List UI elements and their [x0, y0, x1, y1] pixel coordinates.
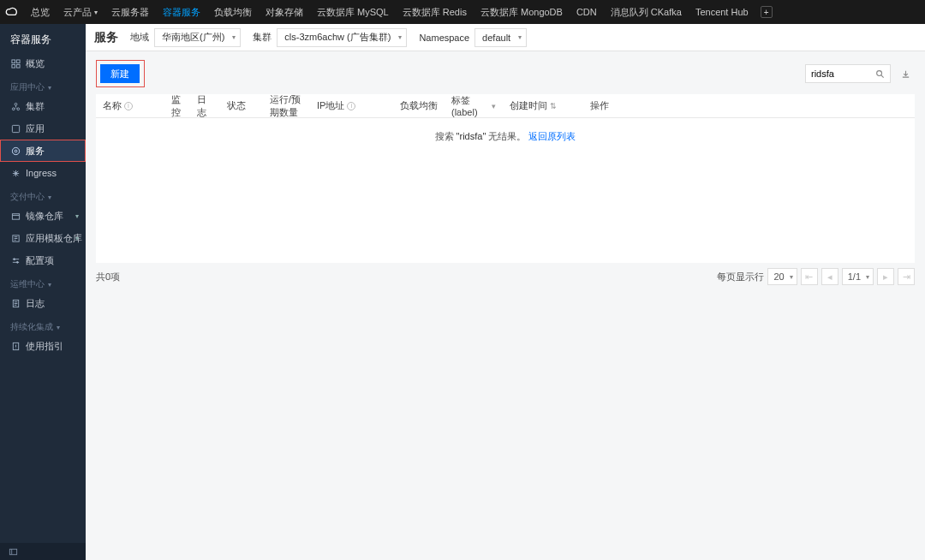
nav-clb[interactable]: 负载均衡	[207, 0, 259, 24]
cluster-label: 集群	[253, 31, 272, 44]
col-label[interactable]: 标签(label)▾	[445, 94, 503, 117]
sort-icon: ⇅	[550, 102, 557, 110]
cloud-logo[interactable]	[0, 0, 24, 24]
download-button[interactable]	[896, 64, 915, 83]
per-page-label: 每页显示行	[717, 271, 764, 283]
nav-ckafka[interactable]: 消息队列 CKafka	[604, 0, 689, 24]
sidebar-section-deliver: 交付中心▾	[0, 184, 86, 205]
overview-icon	[10, 58, 21, 69]
region-select[interactable]: 华南地区(广州)▾	[154, 28, 241, 47]
guide-icon	[10, 341, 21, 351]
chevron-down-icon: ▾	[75, 212, 79, 220]
page-select[interactable]: 1/1▾	[842, 268, 874, 285]
col-pods: 运行/预期数量	[263, 93, 310, 119]
sidebar-title: 容器服务	[0, 24, 86, 52]
per-page-select[interactable]: 20▾	[767, 268, 797, 285]
nav-products[interactable]: 云产品▾	[57, 0, 104, 24]
info-icon[interactable]: i	[347, 102, 355, 110]
sidebar-section-cicd: 持续化集成▾	[0, 314, 86, 335]
svg-rect-1	[16, 59, 20, 63]
empty-keyword: "ridsfa"	[457, 131, 486, 141]
nav-mongodb[interactable]: 云数据库 MongoDB	[474, 0, 570, 24]
col-name: 名称i	[96, 99, 164, 112]
nav-tke[interactable]: 容器服务	[156, 0, 207, 24]
sidebar-item-service[interactable]: 服务	[0, 140, 86, 162]
nav-overview[interactable]: 总览	[24, 0, 57, 24]
svg-point-4	[15, 103, 17, 105]
first-page-button[interactable]: ⇤	[801, 268, 818, 285]
sidebar-item-app[interactable]: 应用	[0, 117, 86, 140]
caret-down-icon: ▾	[94, 9, 98, 16]
nav-cdn[interactable]: CDN	[570, 0, 604, 24]
nav-add-button[interactable]: +	[761, 6, 773, 18]
search-button[interactable]	[870, 64, 891, 83]
svg-rect-10	[12, 213, 19, 218]
main-area: 服务 地域 华南地区(广州)▾ 集群 cls-3zm6achw (广告集群)▾ …	[86, 24, 925, 560]
svg-point-8	[12, 147, 19, 154]
nav-cvm[interactable]: 云服务器	[104, 0, 156, 24]
empty-mid: 无结果。	[486, 131, 526, 141]
nav-tencent-hub[interactable]: Tencent Hub	[689, 0, 755, 24]
caret-down-icon: ▾	[866, 273, 869, 281]
sidebar-section-app: 应用中心▾	[0, 74, 86, 95]
config-icon	[10, 255, 21, 265]
sidebar-item-label: 概览	[26, 57, 45, 70]
sidebar-item-image-repo[interactable]: 镜像仓库 ▾	[0, 205, 86, 227]
namespace-label: Namespace	[419, 33, 469, 43]
template-repo-icon	[10, 233, 21, 243]
sidebar-item-overview[interactable]: 概览	[0, 52, 86, 74]
sidebar-item-config[interactable]: 配置项	[0, 249, 86, 271]
main-header: 服务 地域 华南地区(广州)▾ 集群 cls-3zm6achw (广告集群)▾ …	[86, 24, 925, 51]
top-nav: 总览 云产品▾ 云服务器 容器服务 负载均衡 对象存储 云数据库 MySQL 云…	[0, 0, 925, 24]
sidebar-collapse-button[interactable]	[0, 543, 86, 560]
col-monitor: 监控	[164, 93, 190, 119]
sidebar-item-guide[interactable]: 使用指引	[0, 335, 86, 357]
content: 新建 名称i 监控 日志 状态	[86, 51, 925, 560]
nav-cos[interactable]: 对象存储	[259, 0, 310, 24]
region-label: 地域	[130, 31, 149, 44]
chevron-down-icon: ▾	[48, 194, 51, 201]
sidebar-item-label: 日志	[26, 297, 45, 310]
col-ctime[interactable]: 创建时间⇅	[503, 99, 583, 112]
nav-mysql[interactable]: 云数据库 MySQL	[310, 0, 396, 24]
return-to-list-link[interactable]: 返回原列表	[528, 131, 576, 141]
empty-state: 搜索 "ridsfa" 无结果。 返回原列表	[96, 118, 915, 263]
chevron-down-icon: ▾	[48, 84, 51, 92]
cluster-icon	[10, 101, 21, 111]
sidebar-item-template-repo[interactable]: 应用模板仓库 ▾	[0, 227, 86, 249]
sidebar-item-cluster[interactable]: 集群	[0, 95, 86, 117]
sidebar-item-label: 服务	[26, 145, 45, 158]
svg-point-12	[13, 258, 15, 259]
prev-page-button[interactable]: ◂	[821, 268, 838, 285]
log-icon	[10, 298, 21, 308]
namespace-select[interactable]: default▾	[474, 28, 527, 47]
caret-down-icon: ▾	[518, 33, 522, 41]
search-input[interactable]	[805, 64, 870, 83]
svg-rect-16	[9, 549, 16, 554]
service-table: 名称i 监控 日志 状态 运行/预期数量 IP地址i 负载均衡 标签(label…	[96, 94, 915, 263]
caret-down-icon: ▾	[790, 273, 793, 281]
caret-down-icon: ▾	[398, 33, 402, 41]
svg-point-13	[16, 261, 18, 263]
nav-redis[interactable]: 云数据库 Redis	[396, 0, 474, 24]
total-count: 共0项	[96, 271, 120, 283]
sidebar-section-ops: 运维中心▾	[0, 271, 86, 292]
sidebar-item-label: 应用	[26, 122, 45, 135]
create-button[interactable]: 新建	[100, 64, 140, 83]
sidebar: 容器服务 概览 应用中心▾ 集群 应用 服务 Ingress 交付中心▾ 镜像仓…	[0, 24, 86, 560]
svg-rect-0	[11, 59, 15, 63]
sidebar-item-ingress[interactable]: Ingress	[0, 162, 86, 184]
chevron-down-icon: ▾	[75, 235, 79, 242]
ingress-icon	[10, 168, 21, 178]
next-page-button[interactable]: ▸	[877, 268, 894, 285]
svg-rect-7	[12, 125, 19, 132]
sidebar-item-label: Ingress	[26, 168, 57, 178]
sidebar-item-label: 集群	[26, 100, 45, 113]
sidebar-item-log[interactable]: 日志	[0, 292, 86, 314]
svg-point-9	[15, 150, 17, 152]
svg-rect-3	[16, 64, 20, 68]
last-page-button[interactable]: ⇥	[898, 268, 915, 285]
col-status: 状态	[220, 99, 263, 112]
info-icon[interactable]: i	[124, 102, 133, 110]
cluster-select[interactable]: cls-3zm6achw (广告集群)▾	[277, 28, 407, 47]
